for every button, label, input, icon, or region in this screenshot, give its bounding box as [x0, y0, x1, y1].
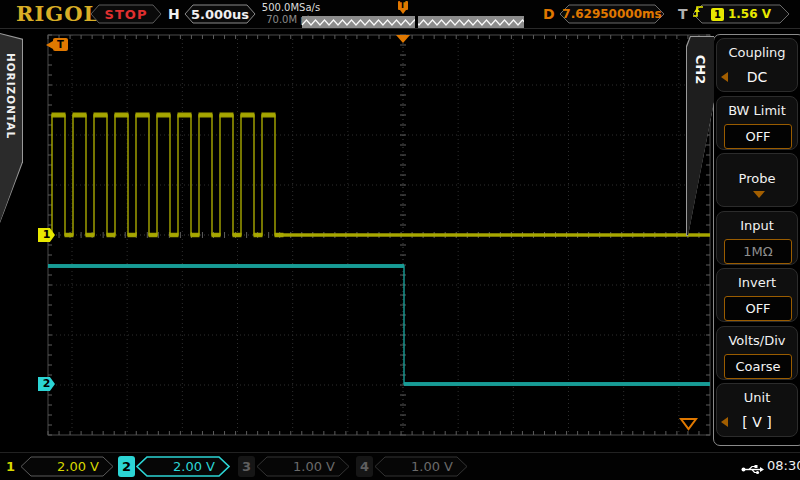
- menu-item-label: Invert: [717, 275, 797, 290]
- trigger-position-pointer[interactable]: T: [396, 1, 409, 13]
- menu-item-coupling[interactable]: CouplingDC: [716, 38, 798, 92]
- waveform-overview-bar[interactable]: [302, 13, 524, 25]
- oscilloscope-screen: RIGOL STOP H 5.000us 500.0MSa/s 70.0M pt…: [0, 0, 800, 480]
- graticule-display: [0, 0, 800, 480]
- rigol-logo: RIGOL: [16, 1, 99, 26]
- channel-scale-value: 2.00 V: [173, 459, 215, 474]
- channel-scale-value: 1.00 V: [293, 459, 335, 474]
- menu-item-label: Probe: [717, 171, 797, 186]
- menu-item-invert[interactable]: InvertOFF: [716, 268, 798, 322]
- trigger-delay-indicator[interactable]: 7.62950000ms: [559, 4, 665, 24]
- channel-scale-value: 1.00 V: [411, 459, 453, 474]
- trigger-position-triangle-icon: [396, 35, 410, 43]
- menu-item-value: 1MΩ: [724, 239, 792, 264]
- down-tip-icon: [400, 10, 406, 14]
- timebase-label: H: [168, 6, 180, 22]
- clock: 08:30: [767, 458, 800, 473]
- timebase-value: 5.000us: [191, 7, 249, 22]
- menu-item-label: Unit: [717, 390, 797, 405]
- menu-item-input[interactable]: Input1MΩ: [716, 211, 798, 265]
- ch1-ground-marker[interactable]: 1: [38, 228, 55, 242]
- channel-scale-value: 2.00 V: [57, 459, 99, 474]
- menu-item-unit[interactable]: Unit[ V ]: [716, 383, 798, 437]
- bottom-bar: 12.00 V22.00 V31.00 V41.00 V 08:30: [0, 452, 800, 480]
- ch2-tab-label: CH2: [693, 40, 708, 100]
- orange-down-arrow-icon: [681, 419, 696, 429]
- menu-item-probe[interactable]: Probe: [716, 153, 798, 207]
- rising-edge-icon: [692, 4, 790, 24]
- menu-item-label: Input: [717, 218, 797, 233]
- run-state-indicator[interactable]: STOP: [90, 4, 162, 24]
- left-arrow-icon: [721, 417, 728, 427]
- delay-value: 7.62950000ms: [562, 7, 661, 21]
- menu-item-bw-limit[interactable]: BW LimitOFF: [716, 96, 798, 150]
- menu-item-value: [ V ]: [717, 414, 797, 430]
- menu-item-value: Coarse: [724, 354, 792, 379]
- left-tip-icon: [46, 41, 53, 49]
- usb-icon: [741, 461, 765, 480]
- channel-number-badge: 3: [238, 456, 255, 477]
- trigger-time-marker[interactable]: T: [46, 38, 69, 51]
- timebase-indicator[interactable]: 5.000us: [184, 4, 256, 24]
- trigger-section-label: T: [678, 6, 688, 22]
- run-state-label: STOP: [105, 7, 148, 22]
- down-arrow-icon: [753, 191, 765, 198]
- menu-item-label: BW Limit: [717, 103, 797, 118]
- delay-label: D: [543, 6, 555, 22]
- channel-number-badge: 1: [2, 456, 19, 477]
- left-arrow-icon: [721, 72, 728, 82]
- menu-item-label: Coupling: [717, 45, 797, 60]
- channel-number-badge: 4: [356, 456, 373, 477]
- menu-item-label: Volts/Div: [717, 333, 797, 348]
- menu-item-value: OFF: [724, 124, 792, 149]
- horizontal-tab-label: HORIZONTAL: [5, 48, 17, 144]
- top-bar: RIGOL STOP H 5.000us 500.0MSa/s 70.0M pt…: [0, 0, 800, 29]
- channel-number-badge: 2: [118, 456, 135, 477]
- menu-item-volts-div[interactable]: Volts/DivCoarse: [716, 326, 798, 380]
- ch2-ground-marker[interactable]: 2: [38, 377, 55, 391]
- menu-item-value: OFF: [724, 296, 792, 321]
- trigger-info[interactable]: 1 1.56 V: [692, 4, 790, 24]
- menu-item-value: DC: [717, 69, 797, 85]
